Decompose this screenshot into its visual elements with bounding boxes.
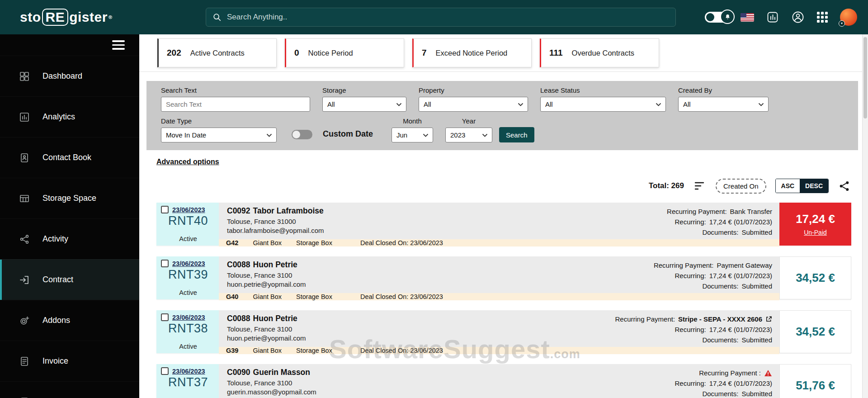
toggle-knob bbox=[706, 13, 714, 21]
contract-row: 23/06/2023 RNT40 Active C0092Tabor Lafra… bbox=[156, 203, 851, 246]
contract-row-detail: C0088Huon Petrie Tolouse, France 3100 hu… bbox=[219, 256, 779, 299]
sidebar-collapse-button[interactable] bbox=[0, 34, 139, 56]
sidebar-item-dashboard[interactable]: Dashboard bbox=[0, 56, 139, 96]
payment-method-value: Payment Gateway bbox=[717, 260, 772, 270]
payment-method-label: Recurring Payment: bbox=[654, 260, 714, 270]
created-by-field: Created By All bbox=[678, 86, 769, 112]
share-icon[interactable] bbox=[838, 180, 851, 193]
account-icon[interactable] bbox=[791, 10, 805, 24]
row-checkbox[interactable] bbox=[161, 313, 169, 321]
global-search-input[interactable] bbox=[227, 13, 669, 22]
stat-card-exceed-notice-period[interactable]: 7 Exceed Notice Period bbox=[412, 38, 532, 67]
created-by-label: Created By bbox=[678, 86, 769, 94]
date-type-select[interactable]: Move In Date bbox=[161, 128, 277, 142]
search-text-label: Search Text bbox=[161, 86, 310, 94]
search-text-field: Search Text bbox=[161, 86, 310, 112]
deal-closed-on: Deal Closed On: 23/06/2023 bbox=[360, 347, 443, 354]
sidebar-item-activity[interactable]: Activity bbox=[0, 218, 139, 259]
sort-icon[interactable] bbox=[693, 180, 707, 192]
sidebar-item-addons[interactable]: Addons bbox=[0, 300, 139, 341]
row-checkbox[interactable] bbox=[161, 367, 169, 375]
user-avatar[interactable]: ▾ bbox=[840, 9, 857, 26]
contract-row-detail: C0092Tabor Laframboise Tolouse, France 3… bbox=[219, 203, 779, 246]
row-checkbox[interactable] bbox=[161, 206, 169, 213]
payment-method-label: Recurring Payment: bbox=[667, 206, 727, 217]
stat-value: 111 bbox=[549, 48, 563, 58]
stat-label: Exceed Notice Period bbox=[436, 49, 508, 57]
reports-icon[interactable] bbox=[766, 11, 779, 24]
sidebar: Dashboard Analytics Contact Book Storage… bbox=[0, 34, 139, 398]
search-text-input[interactable] bbox=[161, 97, 310, 112]
contract-row-summary: 23/06/2023 RNT40 Active bbox=[156, 203, 219, 246]
sidebar-item-analytics[interactable]: Analytics bbox=[0, 96, 139, 137]
unit-number: G39 bbox=[226, 347, 238, 354]
payment-info: Recurring Payment:Payment Gateway Recurr… bbox=[654, 260, 772, 291]
month-select-value: Jun bbox=[396, 131, 407, 139]
custom-date-toggle[interactable] bbox=[292, 130, 312, 139]
filter-panel: Search Text Storage All Property All Lea… bbox=[146, 81, 858, 150]
analytics-icon bbox=[19, 112, 30, 123]
storage-select[interactable]: All bbox=[322, 97, 406, 112]
scrollbar bbox=[862, 34, 868, 398]
property-select[interactable]: All bbox=[419, 97, 528, 112]
chevron-down-icon bbox=[266, 133, 272, 137]
payment-method-value: Stripe - SEPA - XXXX 2606 bbox=[678, 314, 762, 324]
apps-grid-icon[interactable] bbox=[817, 12, 828, 23]
sidebar-item-invoice[interactable]: Invoice bbox=[0, 341, 139, 381]
search-button[interactable]: Search bbox=[499, 127, 534, 142]
recurring-value: 17,24 € (01/07/2023) bbox=[709, 217, 772, 227]
language-flag-icon[interactable] bbox=[741, 13, 754, 22]
external-link-icon[interactable] bbox=[765, 316, 772, 322]
row-checkbox[interactable] bbox=[161, 260, 169, 267]
notification-bell-icon[interactable] bbox=[720, 9, 735, 24]
status-label: Active bbox=[179, 235, 197, 244]
asc-button[interactable]: ASC bbox=[776, 179, 800, 193]
list-toolbar: Total: 269 Created On ASC DESC bbox=[146, 177, 858, 194]
scrollbar-thumb[interactable] bbox=[863, 37, 867, 118]
logo-text-pre: sto bbox=[20, 9, 41, 25]
lease-status-field: Lease Status All bbox=[540, 86, 666, 112]
stat-card-active-contracts[interactable]: 202 Active Contracts bbox=[157, 38, 277, 67]
storage-label: Storage bbox=[322, 86, 406, 94]
chevron-down-icon bbox=[482, 133, 488, 137]
sidebar-item-contract[interactable]: Contract bbox=[0, 259, 139, 300]
logo-text-boxed: RE bbox=[42, 9, 69, 26]
sidebar-item-storage-space[interactable]: Storage Space bbox=[0, 178, 139, 218]
unit-strip: G40 Giant Box Storage Box Deal Closed On… bbox=[219, 293, 779, 300]
theme-toggle[interactable] bbox=[705, 12, 728, 23]
year-select[interactable]: 2023 bbox=[445, 128, 492, 142]
sidebar-item-label: Activity bbox=[42, 234, 68, 244]
created-by-select-value: All bbox=[683, 100, 691, 108]
move-in-date-link[interactable]: 23/06/2023 bbox=[172, 314, 205, 321]
advanced-options-link[interactable]: Advanced options bbox=[156, 158, 219, 166]
toggle-knob bbox=[292, 131, 300, 138]
stat-card-overdue-contracts[interactable]: 111 Overdue Contracts bbox=[540, 38, 659, 67]
date-type-label: Date Type bbox=[161, 117, 277, 125]
amount-block: 51,76 € bbox=[779, 364, 851, 398]
customer-block: C0092Tabor Laframboise Tolouse, France 3… bbox=[227, 206, 324, 237]
sidebar-item-label: Storage Space bbox=[42, 194, 96, 203]
stat-card-notice-period[interactable]: 0 Notice Period bbox=[285, 38, 404, 67]
date-type-select-value: Move In Date bbox=[166, 131, 206, 139]
lease-status-select[interactable]: All bbox=[540, 97, 666, 112]
global-search[interactable] bbox=[206, 8, 676, 27]
app-logo[interactable]: stoREgister® bbox=[20, 0, 113, 34]
unit-size: Giant Box bbox=[253, 347, 282, 354]
move-in-date-link[interactable]: 23/06/2023 bbox=[172, 368, 205, 375]
unit-number: G42 bbox=[226, 239, 238, 246]
customer-address: Tolouse, France 31000 bbox=[227, 218, 324, 225]
documents-label: Documents: bbox=[702, 281, 738, 291]
sidebar-item-contact-book[interactable]: Contact Book bbox=[0, 137, 139, 178]
unit-size: Giant Box bbox=[253, 239, 282, 246]
created-by-select[interactable]: All bbox=[678, 97, 769, 112]
sort-by-pill[interactable]: Created On bbox=[716, 179, 766, 194]
month-select[interactable]: Jun bbox=[392, 128, 433, 142]
move-in-date-link[interactable]: 23/06/2023 bbox=[172, 206, 205, 213]
desc-button[interactable]: DESC bbox=[800, 179, 828, 193]
chevron-down-icon bbox=[518, 103, 524, 106]
sidebar-item-credit-note[interactable]: Credit Note bbox=[0, 381, 139, 398]
top-bar: stoREgister® ▾ bbox=[0, 0, 868, 34]
move-in-date-link[interactable]: 23/06/2023 bbox=[172, 260, 205, 267]
unpaid-link[interactable]: Un-Paid bbox=[804, 229, 827, 236]
total-count: Total: 269 bbox=[649, 181, 684, 190]
